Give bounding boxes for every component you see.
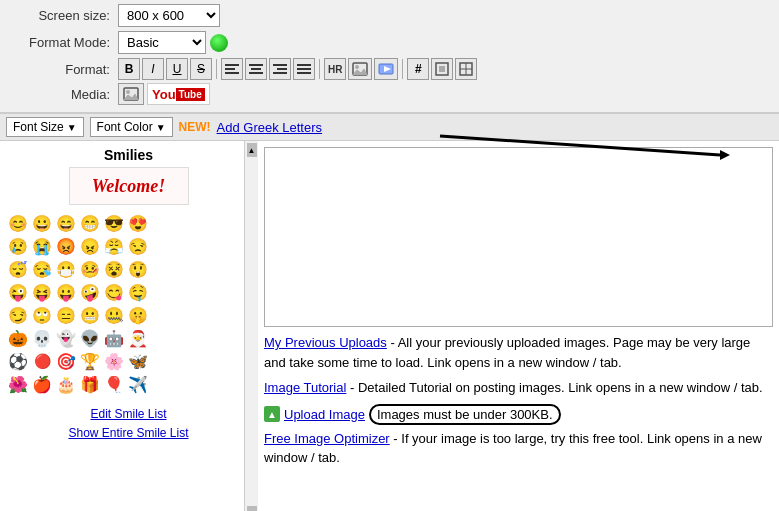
greek-letters-link[interactable]: Add Greek Letters — [217, 120, 323, 135]
free-image-optimizer-link[interactable]: Free Image Optimizer — [264, 431, 390, 446]
smilies-scrollbar[interactable]: ▲ ▼ — [244, 141, 258, 511]
image-tutorial-link[interactable]: Image Tutorial — [264, 380, 346, 395]
smiley-28[interactable]: 😬 — [80, 305, 100, 325]
scroll-down-button[interactable]: ▼ — [247, 506, 257, 511]
smiley-11[interactable]: 😤 — [104, 236, 124, 256]
youtube-tube: Tube — [176, 88, 205, 101]
smiley-35[interactable]: 🤖 — [104, 328, 124, 348]
smiley-36[interactable]: 🎅 — [128, 328, 148, 348]
smiley-16[interactable]: 🤒 — [80, 259, 100, 279]
media-image-button[interactable] — [118, 83, 144, 105]
smiley-14[interactable]: 😪 — [32, 259, 52, 279]
smiley-24[interactable]: 🤤 — [128, 282, 148, 302]
smiley-2[interactable]: 😀 — [32, 213, 52, 233]
smiley-1[interactable]: 😊 — [8, 213, 28, 233]
bold-button[interactable]: B — [118, 58, 140, 80]
align-left-button[interactable] — [221, 58, 243, 80]
scroll-up-button[interactable]: ▲ — [247, 143, 257, 157]
smiley-32[interactable]: 💀 — [32, 328, 52, 348]
smiley-27[interactable]: 😑 — [56, 305, 76, 325]
upload-row: ▲ Upload Image Images must be under 300K… — [264, 404, 773, 425]
smiley-4[interactable]: 😁 — [80, 213, 100, 233]
smiley-13[interactable]: 😴 — [8, 259, 28, 279]
youtube-button[interactable]: YouTube — [147, 83, 210, 105]
font-color-arrow: ▼ — [156, 122, 166, 133]
smiley-25[interactable]: 😏 — [8, 305, 28, 325]
smiley-12[interactable]: 😒 — [128, 236, 148, 256]
smilies-links: Edit Smile List Show Entire Smile List — [0, 399, 257, 447]
svg-point-13 — [355, 65, 359, 69]
media-label: Media: — [8, 87, 118, 102]
smiley-10[interactable]: 😠 — [80, 236, 100, 256]
smiley-17[interactable]: 😵 — [104, 259, 124, 279]
smiley-8[interactable]: 😭 — [32, 236, 52, 256]
italic-button[interactable]: I — [142, 58, 164, 80]
image-icon — [352, 62, 368, 76]
smilies-grid: 😊 😀 😄 😁 😎 😍 😢 😭 😡 😠 😤 😒 — [0, 211, 257, 399]
smiley-29[interactable]: 🤐 — [104, 305, 124, 325]
smiley-21[interactable]: 😛 — [56, 282, 76, 302]
uploads-paragraph: My Previous Uploads - All your previousl… — [264, 333, 773, 372]
hash-button[interactable]: # — [407, 58, 429, 80]
underline-button[interactable]: U — [166, 58, 188, 80]
smiley-22[interactable]: 🤪 — [80, 282, 100, 302]
smiley-26[interactable]: 🙄 — [32, 305, 52, 325]
format-mode-label: Format Mode: — [8, 35, 118, 50]
smiley-15[interactable]: 😷 — [56, 259, 76, 279]
smilies-row-8: 🌺 🍎 🎂 🎁 🎈 ✈️ — [8, 374, 249, 394]
smiley-39[interactable]: 🎯 — [56, 351, 76, 371]
smiley-18[interactable]: 😲 — [128, 259, 148, 279]
font-size-label: Font Size — [13, 120, 64, 134]
editor-textarea[interactable] — [264, 147, 773, 327]
box1-button[interactable] — [431, 58, 453, 80]
font-color-dropdown[interactable]: Font Color ▼ — [90, 117, 173, 137]
smiley-46[interactable]: 🎁 — [80, 374, 100, 394]
edit-smile-list-link[interactable]: Edit Smile List — [0, 405, 257, 424]
my-previous-uploads-link[interactable]: My Previous Uploads — [264, 335, 387, 350]
media-link-button[interactable] — [374, 58, 398, 80]
smiley-19[interactable]: 😜 — [8, 282, 28, 302]
smiley-3[interactable]: 😄 — [56, 213, 76, 233]
smiley-5[interactable]: 😎 — [104, 213, 124, 233]
separator-3 — [402, 59, 403, 79]
optimizer-paragraph: Free Image Optimizer - If your image is … — [264, 429, 773, 468]
hr-button[interactable]: HR — [324, 58, 346, 80]
smiley-41[interactable]: 🌸 — [104, 351, 124, 371]
box1-icon — [435, 62, 449, 76]
smiley-33[interactable]: 👻 — [56, 328, 76, 348]
strikethrough-button[interactable]: S — [190, 58, 212, 80]
smiley-34[interactable]: 👽 — [80, 328, 100, 348]
align-right-button[interactable] — [269, 58, 291, 80]
smiley-42[interactable]: 🦋 — [128, 351, 148, 371]
screen-size-select[interactable]: 800 x 600 1024 x 768 1280 x 1024 — [118, 4, 220, 27]
smiley-48[interactable]: ✈️ — [128, 374, 148, 394]
smiley-37[interactable]: ⚽ — [8, 351, 28, 371]
smiley-47[interactable]: 🎈 — [104, 374, 124, 394]
smiley-31[interactable]: 🎃 — [8, 328, 28, 348]
smiley-45[interactable]: 🎂 — [56, 374, 76, 394]
smiley-6[interactable]: 😍 — [128, 213, 148, 233]
show-entire-smile-list-link[interactable]: Show Entire Smile List — [0, 424, 257, 443]
justify-button[interactable] — [293, 58, 315, 80]
smiley-43[interactable]: 🌺 — [8, 374, 28, 394]
media-image-icon — [123, 87, 139, 101]
smiley-7[interactable]: 😢 — [8, 236, 28, 256]
smilies-row-6: 🎃 💀 👻 👽 🤖 🎅 — [8, 328, 249, 348]
smiley-20[interactable]: 😝 — [32, 282, 52, 302]
svg-rect-17 — [439, 66, 445, 72]
align-left-icon — [225, 63, 239, 75]
format-mode-select[interactable]: Basic Advanced — [118, 31, 206, 54]
separator-2 — [319, 59, 320, 79]
smiley-44[interactable]: 🍎 — [32, 374, 52, 394]
font-size-dropdown[interactable]: Font Size ▼ — [6, 117, 84, 137]
smiley-40[interactable]: 🏆 — [80, 351, 100, 371]
image-button[interactable] — [348, 58, 372, 80]
align-center-button[interactable] — [245, 58, 267, 80]
smiley-30[interactable]: 🤫 — [128, 305, 148, 325]
box2-button[interactable] — [455, 58, 477, 80]
box2-icon — [459, 62, 473, 76]
smiley-9[interactable]: 😡 — [56, 236, 76, 256]
smiley-23[interactable]: 😋 — [104, 282, 124, 302]
smiley-38[interactable]: 🔴 — [32, 351, 52, 371]
upload-image-link[interactable]: Upload Image — [284, 407, 365, 422]
